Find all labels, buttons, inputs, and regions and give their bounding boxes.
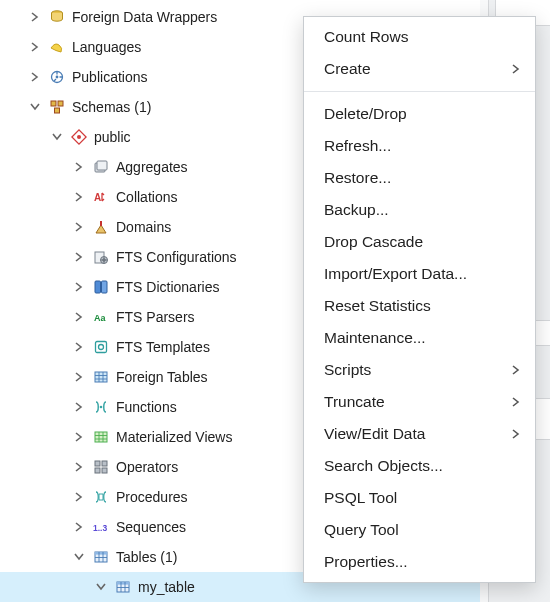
tree-item-label: FTS Templates: [116, 339, 210, 355]
chevron-right-icon: [511, 393, 521, 411]
ftscfg-icon: [92, 248, 110, 266]
tree-item-label: Languages: [72, 39, 141, 55]
tree-item-label: public: [94, 129, 131, 145]
menu-query-tool[interactable]: Query Tool: [304, 514, 535, 546]
menu-refresh[interactable]: Refresh...: [304, 130, 535, 162]
fdw-icon: [48, 8, 66, 26]
tree-item-label: Operators: [116, 459, 178, 475]
svg-point-22: [100, 406, 103, 409]
tree-item-label: FTS Configurations: [116, 249, 237, 265]
svg-rect-26: [95, 468, 100, 473]
menu-backup[interactable]: Backup...: [304, 194, 535, 226]
chevron-right-icon: [511, 425, 521, 443]
chevron-right-icon[interactable]: [72, 520, 86, 534]
chevron-right-icon[interactable]: [72, 310, 86, 324]
tree-item-label: FTS Parsers: [116, 309, 195, 325]
tree-item-label: Collations: [116, 189, 177, 205]
chevron-right-icon[interactable]: [72, 190, 86, 204]
tree-item-label: Materialized Views: [116, 429, 232, 445]
svg-rect-11: [100, 221, 102, 226]
menu-restore[interactable]: Restore...: [304, 162, 535, 194]
chevron-right-icon: [511, 361, 521, 379]
agg-icon: [92, 158, 110, 176]
chevron-right-icon: [511, 60, 521, 78]
menu-properties[interactable]: Properties...: [304, 546, 535, 578]
menu-item-label: Properties...: [324, 553, 408, 571]
ftable-icon: [92, 368, 110, 386]
menu-maintenance[interactable]: Maintenance...: [304, 322, 535, 354]
seq-icon: 1..3: [92, 518, 110, 536]
tree-item-label: Aggregates: [116, 159, 188, 175]
menu-item-label: Create: [324, 60, 371, 78]
chevron-down-icon[interactable]: [94, 580, 108, 594]
chevron-down-icon[interactable]: [28, 100, 42, 114]
tree-item-label: FTS Dictionaries: [116, 279, 219, 295]
svg-point-2: [56, 76, 59, 79]
svg-rect-17: [102, 281, 108, 293]
chevron-right-icon[interactable]: [28, 40, 42, 54]
chevron-right-icon[interactable]: [72, 250, 86, 264]
chevron-right-icon[interactable]: [72, 340, 86, 354]
menu-item-label: PSQL Tool: [324, 489, 397, 507]
pub-icon: [48, 68, 66, 86]
menu-item-label: Query Tool: [324, 521, 399, 539]
chevron-right-icon[interactable]: [72, 400, 86, 414]
proc-icon: [92, 488, 110, 506]
tree-item-label: Domains: [116, 219, 171, 235]
chevron-right-icon[interactable]: [72, 460, 86, 474]
coll-icon: A: [92, 188, 110, 206]
chevron-right-icon[interactable]: [28, 70, 42, 84]
tree-item-label: Tables (1): [116, 549, 177, 565]
chevron-down-icon[interactable]: [72, 550, 86, 564]
chevron-down-icon[interactable]: [50, 130, 64, 144]
menu-item-label: Count Rows: [324, 28, 408, 46]
tree-item-label: Sequences: [116, 519, 186, 535]
svg-rect-30: [95, 552, 107, 555]
tree-item-label: Foreign Data Wrappers: [72, 9, 217, 25]
menu-item-label: View/Edit Data: [324, 425, 425, 443]
menu-truncate[interactable]: Truncate: [304, 386, 535, 418]
menu-separator: [304, 91, 535, 92]
menu-count-rows[interactable]: Count Rows: [304, 21, 535, 53]
chevron-right-icon[interactable]: [72, 280, 86, 294]
menu-psql-tool[interactable]: PSQL Tool: [304, 482, 535, 514]
chevron-right-icon[interactable]: [28, 10, 42, 24]
svg-text:Aa: Aa: [94, 313, 106, 323]
menu-import-export[interactable]: Import/Export Data...: [304, 258, 535, 290]
ftstpl-icon: [92, 338, 110, 356]
svg-rect-25: [102, 461, 107, 466]
ftsdict-icon: [92, 278, 110, 296]
menu-drop-cascade[interactable]: Drop Cascade: [304, 226, 535, 258]
chevron-right-icon[interactable]: [72, 220, 86, 234]
menu-reset-stats[interactable]: Reset Statistics: [304, 290, 535, 322]
chevron-right-icon[interactable]: [72, 370, 86, 384]
lang-icon: [48, 38, 66, 56]
menu-view-edit-data[interactable]: View/Edit Data: [304, 418, 535, 450]
menu-search-objects[interactable]: Search Objects...: [304, 450, 535, 482]
menu-delete-drop[interactable]: Delete/Drop: [304, 98, 535, 130]
svg-rect-21: [95, 372, 107, 382]
menu-scripts[interactable]: Scripts: [304, 354, 535, 386]
menu-item-label: Scripts: [324, 361, 371, 379]
chevron-right-icon[interactable]: [72, 490, 86, 504]
menu-item-label: Drop Cascade: [324, 233, 423, 251]
chevron-right-icon[interactable]: [72, 160, 86, 174]
oper-icon: [92, 458, 110, 476]
svg-text:1..3: 1..3: [93, 523, 107, 533]
svg-rect-15: [101, 259, 106, 261]
chevron-right-icon[interactable]: [72, 430, 86, 444]
svg-rect-9: [97, 161, 107, 170]
context-menu[interactable]: Count RowsCreateDelete/DropRefresh...Res…: [303, 16, 536, 583]
tree-item-label: Schemas (1): [72, 99, 151, 115]
svg-rect-3: [51, 101, 56, 106]
menu-create[interactable]: Create: [304, 53, 535, 85]
menu-item-label: Import/Export Data...: [324, 265, 467, 283]
table-icon: [114, 578, 132, 596]
menu-item-label: Truncate: [324, 393, 385, 411]
tree-item-label: Functions: [116, 399, 177, 415]
menu-item-label: Search Objects...: [324, 457, 443, 475]
svg-rect-23: [95, 432, 107, 442]
svg-rect-27: [102, 468, 107, 473]
tree-item-label: Foreign Tables: [116, 369, 208, 385]
menu-item-label: Refresh...: [324, 137, 391, 155]
